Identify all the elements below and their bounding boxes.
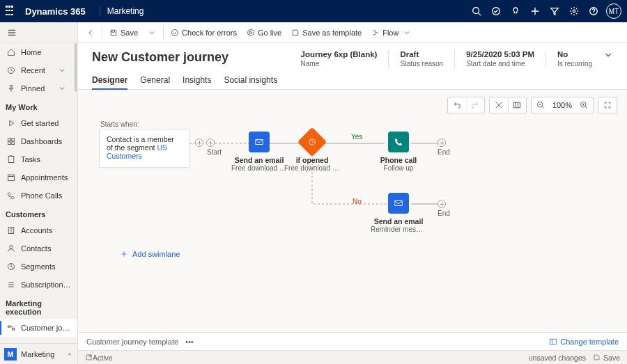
node-send-email-2[interactable]: Send an emailReminder message (371, 193, 426, 233)
node-send-email[interactable]: Send an emailFree download of... (231, 132, 287, 172)
node-phone-call[interactable]: Phone callFollow up (371, 132, 426, 172)
designer-footer: Customer journey template ••• Change tem… (78, 332, 627, 350)
add-icon[interactable] (525, 0, 545, 22)
back-button[interactable] (82, 24, 99, 41)
sidebar-item-segments[interactable]: Segments (0, 258, 77, 276)
add-tile-button[interactable] (438, 200, 446, 208)
meta-name-value: Journey 6xp (Blank) (301, 50, 378, 58)
sidebar-item-customerjourneys[interactable]: Customer journeys (0, 319, 77, 337)
sidebar-header-marketingexec: Marketing execution (0, 294, 77, 319)
save-dropdown[interactable] (144, 24, 160, 41)
unsaved-label: unsaved changes (529, 354, 586, 362)
hamburger-button[interactable] (0, 22, 77, 43)
svg-rect-7 (8, 142, 11, 145)
tab-insights[interactable]: Insights (183, 75, 211, 89)
designer-canvas-wrap: 100% Starts when: Contact is a member of… (78, 90, 627, 332)
sidebar-item-pinned[interactable]: Pinned (0, 79, 77, 97)
start-condition-card[interactable]: Contact is a member of the segment US Cu… (99, 129, 189, 168)
module-name: Marketing (107, 6, 144, 16)
meta-status-value: Draft (400, 50, 443, 58)
lightbulb-icon[interactable] (506, 0, 525, 22)
sidebar-item-home[interactable]: Home (0, 43, 77, 61)
start-label: Start (207, 148, 222, 156)
command-bar: Save Check for errors Go live Save as te… (78, 22, 627, 43)
tab-designer[interactable]: Designer (92, 75, 127, 89)
sidebar-header-customers: Customers (0, 205, 77, 221)
sidebar-item-contacts[interactable]: Contacts (0, 239, 77, 258)
add-tile-button[interactable] (195, 139, 203, 147)
svg-point-12 (10, 246, 13, 249)
end-label-2: End (438, 209, 450, 217)
meta-start-value: 9/25/2020 5:03 PM (466, 50, 534, 58)
sidebar-item-marketingemails[interactable]: Marketing emails (0, 337, 77, 343)
record-header: New Customer journey Journey 6xp (Blank)… (78, 43, 627, 68)
user-avatar[interactable]: MT (606, 3, 621, 19)
app-launcher-icon[interactable] (6, 6, 17, 17)
sidebar-item-tasks[interactable]: Tasks (0, 150, 77, 168)
change-template-button[interactable]: Change template (549, 338, 619, 346)
add-tile-button[interactable] (438, 139, 446, 147)
sidebar-item-appointments[interactable]: Appointments (0, 168, 77, 187)
svg-rect-6 (12, 139, 15, 141)
check-errors-button[interactable]: Check for errors (167, 24, 241, 41)
sidebar-item-dashboards[interactable]: Dashboards (0, 132, 77, 150)
svg-point-21 (172, 29, 178, 35)
journey-canvas[interactable]: Starts when: Contact is a member of the … (78, 90, 627, 332)
product-name: Dynamics 365 (25, 6, 86, 17)
status-save-button[interactable]: Save (593, 354, 620, 362)
sidebar-item-getstarted[interactable]: Get started (0, 114, 77, 132)
expand-header-button[interactable] (603, 50, 613, 61)
yes-label: Yes (351, 133, 362, 141)
end-label: End (438, 148, 450, 156)
svg-rect-5 (8, 139, 11, 141)
svg-rect-9 (8, 157, 14, 163)
main-area: Save Check for errors Go live Save as te… (78, 22, 627, 364)
node-if-opened[interactable]: if openedFree download of... (284, 132, 340, 172)
svg-rect-10 (8, 175, 15, 180)
add-tile-button[interactable] (206, 139, 215, 147)
starts-when-label: Starts when: (100, 120, 139, 128)
search-icon[interactable] (467, 0, 486, 22)
sidebar-item-subscriptionlists[interactable]: Subscription lists (0, 276, 77, 294)
svg-rect-14 (8, 326, 10, 327)
no-label: No (353, 198, 362, 205)
go-live-button[interactable]: Go live (242, 24, 286, 41)
svg-rect-27 (550, 339, 557, 345)
add-swimlane-button[interactable]: Add swimlane (120, 250, 180, 258)
tab-socialinsights[interactable]: Social insights (224, 75, 277, 89)
filter-icon[interactable] (545, 0, 564, 22)
svg-point-2 (573, 10, 575, 13)
save-button[interactable]: Save (105, 24, 142, 41)
navigation-sidebar: Home Recent Pinned My Work Get started D… (0, 22, 78, 364)
record-status: Active (93, 354, 113, 362)
save-template-button[interactable]: Save as template (287, 24, 366, 41)
sidebar-header-mywork: My Work (0, 97, 77, 114)
popout-button[interactable] (85, 354, 93, 361)
sidebar-item-accounts[interactable]: Accounts (0, 221, 77, 239)
flow-button[interactable]: Flow (367, 24, 415, 41)
form-tabs: Designer General Insights Social insight… (78, 68, 627, 90)
template-name: Customer journey template (86, 338, 178, 346)
sidebar-item-recent[interactable]: Recent (0, 61, 77, 79)
sidebar-item-phonecalls[interactable]: Phone Calls (0, 187, 77, 205)
status-bar: Active unsaved changes Save (78, 350, 627, 364)
help-icon[interactable] (584, 0, 603, 22)
page-title: New Customer journey (92, 50, 301, 65)
global-app-bar: Dynamics 365 Marketing MT (0, 0, 627, 22)
svg-point-0 (473, 8, 479, 14)
template-more-button[interactable]: ••• (185, 338, 194, 346)
settings-icon[interactable] (564, 0, 584, 22)
tab-general[interactable]: General (140, 75, 170, 89)
task-icon[interactable] (486, 0, 506, 22)
svg-rect-8 (12, 142, 15, 145)
area-switcher[interactable]: M Marketing (0, 343, 77, 364)
meta-recurring-value: No (557, 50, 592, 58)
